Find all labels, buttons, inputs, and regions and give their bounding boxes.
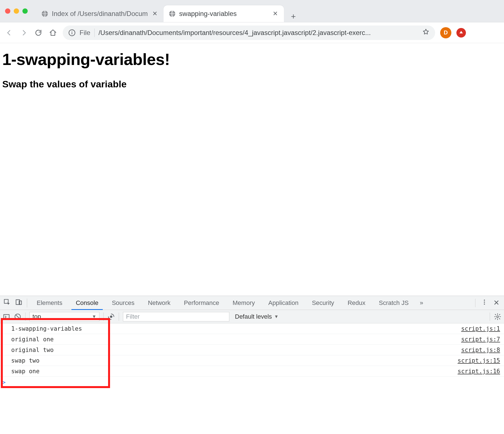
chevron-down-icon: ▼ (92, 314, 96, 319)
devtools-tab-sources[interactable]: Sources (105, 296, 141, 310)
minimize-window-button[interactable] (14, 8, 19, 14)
divider (475, 299, 475, 307)
svg-rect-4 (72, 31, 72, 31)
console-toolbar: top ▼ Default levels ▼ (0, 310, 504, 323)
console-log-row[interactable]: swap two script.js:15 (0, 355, 504, 366)
close-tab-icon[interactable]: ✕ (272, 9, 279, 18)
bookmark-star-icon[interactable] (422, 28, 430, 37)
page-content: 1-swapping-variables! Swap the values of… (0, 43, 504, 96)
clear-console-icon[interactable] (14, 313, 21, 320)
log-source-link[interactable]: script.js:16 (458, 368, 500, 375)
log-source-link[interactable]: script.js:7 (461, 336, 500, 343)
inspect-element-icon[interactable] (3, 298, 11, 307)
profile-avatar[interactable]: D (440, 27, 451, 38)
divider (103, 312, 104, 321)
new-tab-button[interactable]: + (288, 11, 299, 22)
forward-button[interactable] (19, 28, 29, 38)
console-log-row[interactable]: original two script.js:8 (0, 345, 504, 355)
globe-icon (41, 10, 48, 17)
log-message: original two (11, 347, 54, 353)
console-filter-input[interactable] (123, 312, 229, 321)
back-button[interactable] (4, 28, 14, 38)
page-heading: 1-swapping-variables! (2, 50, 502, 69)
address-bar[interactable]: File /Users/dinanath/Documents/important… (63, 25, 435, 40)
devtools-more-tabs-icon[interactable]: » (415, 299, 428, 307)
log-message: swap two (11, 357, 39, 364)
devtools-tab-elements[interactable]: Elements (30, 296, 69, 310)
devtools-tab-scratchjs[interactable]: Scratch JS (372, 296, 415, 310)
close-window-button[interactable] (5, 8, 10, 14)
log-source-link[interactable]: script.js:8 (461, 347, 500, 353)
browser-tab-1[interactable]: swapping-variables ✕ (164, 5, 284, 22)
avatar-letter: D (444, 29, 448, 36)
execution-context-select[interactable]: top ▼ (29, 312, 99, 321)
divider (94, 29, 95, 37)
devtools-tab-redux[interactable]: Redux (341, 296, 372, 310)
svg-point-8 (484, 300, 485, 301)
devtools-tab-application[interactable]: Application (262, 296, 305, 310)
svg-point-9 (484, 302, 485, 303)
svg-rect-3 (72, 32, 72, 34)
window-controls (3, 8, 28, 14)
devtools-panel: Elements Console Sources Network Perform… (0, 296, 504, 434)
tab-title: swapping-variables (179, 10, 268, 18)
globe-icon (169, 10, 176, 17)
device-toolbar-icon[interactable] (15, 298, 22, 307)
home-button[interactable] (48, 28, 58, 38)
close-devtools-icon[interactable]: ✕ (493, 298, 500, 307)
divider (119, 312, 119, 321)
svg-point-14 (497, 316, 499, 318)
browser-tab-0[interactable]: Index of /Users/dinanath/Docum ✕ (36, 5, 164, 22)
log-message: 1-swapping-variables (11, 325, 82, 332)
browser-toolbar: File /Users/dinanath/Documents/important… (0, 22, 504, 43)
extension-badge[interactable] (456, 28, 466, 38)
divider (490, 312, 490, 321)
browser-tabstrip: Index of /Users/dinanath/Docum ✕ swappin… (0, 0, 504, 22)
reload-button[interactable] (34, 28, 43, 38)
divider (25, 312, 25, 321)
devtools-tab-memory[interactable]: Memory (226, 296, 262, 310)
devtools-tab-console[interactable]: Console (69, 296, 105, 310)
page-subheading: Swap the values of variable (2, 79, 502, 90)
kebab-menu-icon[interactable] (481, 299, 488, 307)
log-message: original one (11, 336, 54, 343)
site-info-icon[interactable] (68, 29, 76, 36)
console-sidebar-toggle-icon[interactable] (3, 313, 10, 320)
chevron-down-icon: ▼ (274, 314, 279, 319)
url-scheme-label: File (80, 29, 90, 37)
url-text: /Users/dinanath/Documents/important/reso… (99, 29, 418, 37)
maximize-window-button[interactable] (22, 8, 28, 14)
prompt-caret: > (2, 379, 6, 386)
close-tab-icon[interactable]: ✕ (151, 9, 158, 18)
console-log-area: 1-swapping-variables script.js:1 origina… (0, 323, 504, 434)
console-log-row[interactable]: 1-swapping-variables script.js:1 (0, 323, 504, 334)
console-settings-icon[interactable] (494, 313, 501, 320)
live-expression-icon[interactable] (108, 313, 115, 320)
tabs-container: Index of /Users/dinanath/Docum ✕ swappin… (36, 0, 299, 22)
levels-label: Default levels (235, 313, 272, 320)
log-source-link[interactable]: script.js:15 (458, 357, 500, 364)
console-log-row[interactable]: original one script.js:7 (0, 334, 504, 345)
devtools-tab-security[interactable]: Security (305, 296, 341, 310)
svg-point-13 (110, 315, 113, 318)
devtools-tab-network[interactable]: Network (141, 296, 177, 310)
svg-point-10 (484, 304, 485, 305)
log-message: swap one (11, 368, 39, 375)
console-log-row[interactable]: swap one script.js:16 (0, 366, 504, 377)
devtools-tabbar: Elements Console Sources Network Perform… (0, 296, 504, 310)
svg-rect-11 (4, 314, 9, 319)
log-source-link[interactable]: script.js:1 (461, 325, 500, 332)
console-prompt[interactable]: > (0, 377, 504, 388)
tab-title: Index of /Users/dinanath/Docum (52, 10, 148, 18)
devtools-tab-performance[interactable]: Performance (177, 296, 226, 310)
log-levels-select[interactable]: Default levels ▼ (233, 313, 280, 320)
context-label: top (32, 313, 41, 320)
